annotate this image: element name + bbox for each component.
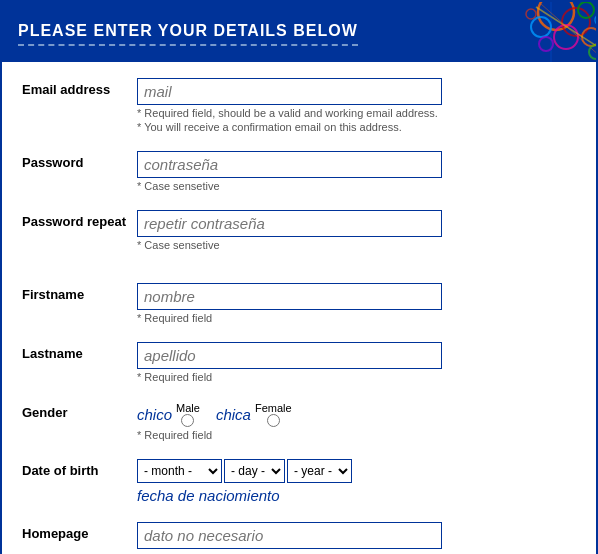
gender-label: Gender <box>22 401 137 420</box>
password-repeat-label: Password repeat <box>22 210 137 229</box>
email-input[interactable] <box>137 78 442 105</box>
header: PLEASE ENTER YOUR DETAILS BELOW <box>2 2 596 62</box>
header-decoration <box>476 2 596 62</box>
dob-sublabel: fecha de naciomiento <box>137 487 576 504</box>
lastname-input[interactable] <box>137 342 442 369</box>
password-input[interactable] <box>137 151 442 178</box>
lastname-label: Lastname <box>22 342 137 361</box>
email-hint2: * You will receive a confirmation email … <box>137 121 576 133</box>
password-repeat-input[interactable] <box>137 210 442 237</box>
male-sublabel: Male <box>176 402 200 414</box>
lastname-row: Lastname * Required field <box>22 336 576 389</box>
password-repeat-row: Password repeat * Case sensetive <box>22 204 576 257</box>
male-option: Male <box>176 401 200 427</box>
svg-point-4 <box>554 25 578 49</box>
homepage-label: Homepage <box>22 522 137 541</box>
lastname-hint: * Required field <box>137 371 576 383</box>
firstname-hint: * Required field <box>137 312 576 324</box>
dob-day-select[interactable]: - day - <box>224 459 285 483</box>
password-hint: * Case sensetive <box>137 180 576 192</box>
female-text: chica <box>216 406 251 423</box>
page-title: PLEASE ENTER YOUR DETAILS BELOW <box>18 22 358 46</box>
male-radio[interactable] <box>181 414 194 427</box>
dob-selects: - month - JanuaryFebruaryMarch AprilMayJ… <box>137 459 576 483</box>
email-row: Email address * Required field, should b… <box>22 72 576 139</box>
female-option: Female <box>255 401 292 427</box>
firstname-row: Firstname * Required field <box>22 277 576 330</box>
firstname-field-area: * Required field <box>137 283 576 324</box>
gender-options: chico Male chica Female <box>137 401 576 427</box>
homepage-row: Homepage web * Not required field <box>22 516 576 554</box>
page-wrapper: PLEASE ENTER YOUR DETAILS BELOW <box>0 0 598 554</box>
email-hint1: * Required field, should be a valid and … <box>137 107 576 119</box>
password-label: Password <box>22 151 137 170</box>
gender-hint: * Required field <box>137 429 576 441</box>
dob-label: Date of birth <box>22 459 137 478</box>
dob-year-select[interactable]: - year - <box>287 459 352 483</box>
svg-point-5 <box>582 28 596 46</box>
dob-field-area: - month - JanuaryFebruaryMarch AprilMayJ… <box>137 459 576 504</box>
svg-point-11 <box>526 9 536 19</box>
dob-row: Date of birth - month - JanuaryFebruaryM… <box>22 453 576 510</box>
form-body: Email address * Required field, should b… <box>2 62 596 554</box>
svg-point-7 <box>595 14 596 26</box>
gender-row: Gender chico Male chica Female * Require… <box>22 395 576 447</box>
password-field-area: * Case sensetive <box>137 151 576 192</box>
male-text: chico <box>137 406 172 423</box>
password-row: Password * Case sensetive <box>22 145 576 198</box>
female-radio[interactable] <box>267 414 280 427</box>
female-sublabel: Female <box>255 402 292 414</box>
email-label: Email address <box>22 78 137 97</box>
lastname-field-area: * Required field <box>137 342 576 383</box>
svg-point-3 <box>578 2 594 18</box>
gender-field-area: chico Male chica Female * Required field <box>137 401 576 441</box>
homepage-field-area: web * Not required field <box>137 522 576 554</box>
password-repeat-field-area: * Case sensetive <box>137 210 576 251</box>
homepage-input[interactable] <box>137 522 442 549</box>
firstname-label: Firstname <box>22 283 137 302</box>
password-repeat-hint: * Case sensetive <box>137 239 576 251</box>
dob-month-select[interactable]: - month - JanuaryFebruaryMarch AprilMayJ… <box>137 459 222 483</box>
firstname-input[interactable] <box>137 283 442 310</box>
email-field-area: * Required field, should be a valid and … <box>137 78 576 133</box>
